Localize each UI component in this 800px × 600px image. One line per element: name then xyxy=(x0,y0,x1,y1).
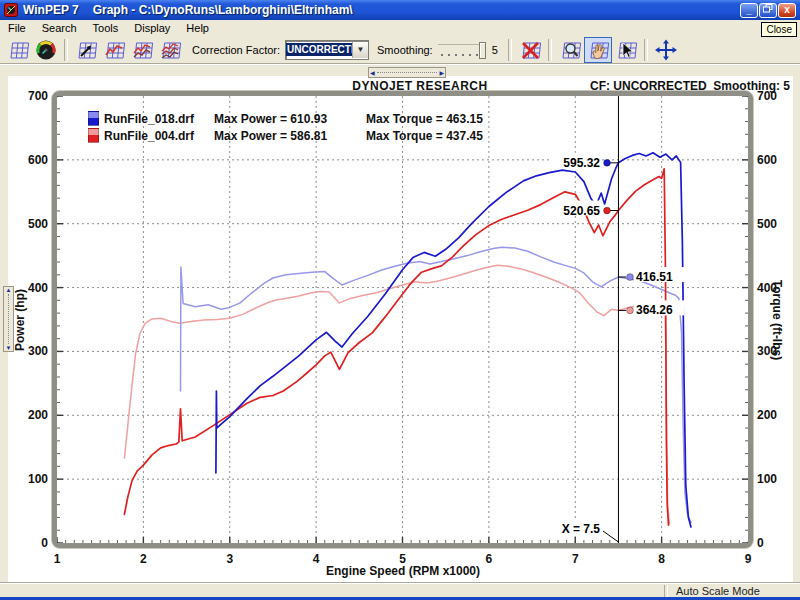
select-point-button[interactable] xyxy=(612,37,640,63)
right-y-tick-label: 100 xyxy=(757,472,791,486)
menu-item-search[interactable]: Search xyxy=(34,21,85,35)
left-y-tick-label: 500 xyxy=(16,217,48,231)
menu-bar: FileSearchToolsDisplayHelp xyxy=(0,20,800,36)
horizontal-pan-scrollbar[interactable]: ◀ ▶ xyxy=(368,67,446,78)
correction-factor-dropdown[interactable]: UNCORRECTED ▼ xyxy=(285,40,369,60)
toolbar-separator xyxy=(64,39,68,61)
left-y-tick-label: 200 xyxy=(16,408,48,422)
minimize-button[interactable]: _ xyxy=(740,3,758,18)
right-y-tick-label: 0 xyxy=(757,536,791,550)
x-tick-label: 7 xyxy=(560,552,590,566)
x-axis-label: Engine Speed (RPM x1000) xyxy=(253,564,553,578)
right-y-tick-label: 600 xyxy=(757,153,791,167)
cursor-value-label: 364.26 xyxy=(636,303,673,317)
left-y-tick-label: 100 xyxy=(16,472,48,486)
legend-max-power: Max Power = 586.81 xyxy=(214,129,366,143)
x-tick-label: 4 xyxy=(301,552,331,566)
graph-grid-icon xyxy=(6,39,30,61)
delete-graph-button[interactable] xyxy=(516,37,544,63)
toolbar-separator xyxy=(644,39,648,61)
pan-left-arrow-icon[interactable]: ◀ xyxy=(369,70,376,76)
dyno-chart[interactable]: 595.32520.65416.51364.26X = 7.5 xyxy=(57,96,748,543)
status-bar: Auto Scale Mode xyxy=(0,583,800,598)
cursor-value-label: 520.65 xyxy=(563,204,600,218)
menu-item-help[interactable]: Help xyxy=(178,21,217,35)
x-tick-label: 1 xyxy=(42,552,72,566)
move-graph-button[interactable] xyxy=(652,37,680,63)
zoom-graph-icon xyxy=(558,39,582,61)
select-point-icon xyxy=(614,39,638,61)
window-title-doc: Graph - C:\DynoRuns\Lamborghini\Eltrinha… xyxy=(93,3,353,17)
x-tick-label: 6 xyxy=(474,552,504,566)
right-y-tick-label: 400 xyxy=(757,281,791,295)
toolbar-separator xyxy=(548,39,552,61)
gauge-button[interactable] xyxy=(32,37,60,63)
series-runfile-018-drf-torque xyxy=(181,247,692,522)
status-mode-text: Auto Scale Mode xyxy=(676,585,760,597)
move-graph-icon xyxy=(654,39,678,61)
smoothing-slider[interactable] xyxy=(438,41,486,59)
series-runfile-004-drf-torque xyxy=(124,265,669,524)
x-tick-label: 2 xyxy=(128,552,158,566)
legend-swatch xyxy=(88,128,99,143)
title-bar[interactable]: WinPEP 7 Graph - C:\DynoRuns\Lamborghini… xyxy=(0,0,800,20)
slider-tick xyxy=(469,54,471,56)
smoothing-label: Smoothing: xyxy=(377,44,433,56)
pan-track[interactable] xyxy=(377,72,438,73)
menu-item-tools[interactable]: Tools xyxy=(85,21,127,35)
graph-one-curve-button[interactable] xyxy=(100,37,128,63)
right-y-tick-label: 200 xyxy=(757,408,791,422)
delete-graph-icon xyxy=(518,39,542,61)
cursor-dot xyxy=(604,207,611,214)
menu-item-display[interactable]: Display xyxy=(126,21,178,35)
graph-three-curves-button[interactable] xyxy=(156,37,184,63)
legend-file-name: RunFile_018.drf xyxy=(104,112,214,126)
graph-two-curves-button[interactable] xyxy=(128,37,156,63)
legend-file-name: RunFile_004.drf xyxy=(104,129,214,143)
pan-up-arrow-icon[interactable]: ▲ xyxy=(5,287,13,293)
axis-ticks xyxy=(57,96,748,543)
graph-pick-button[interactable] xyxy=(72,37,100,63)
right-axis-label: Torque (ft-lbs) xyxy=(770,260,784,380)
winpep-window: WinPEP 7 Graph - C:\DynoRuns\Lamborghini… xyxy=(0,0,800,600)
pan-hand-button[interactable] xyxy=(584,37,612,63)
series-runfile-004-drf-power xyxy=(124,169,668,525)
menu-item-file[interactable]: File xyxy=(0,21,34,35)
close-button[interactable]: x xyxy=(778,3,796,18)
winpep-logo-icon xyxy=(4,3,18,17)
right-y-tick-label: 300 xyxy=(757,344,791,358)
left-y-tick-label: 700 xyxy=(16,89,48,103)
graph-grid-button[interactable] xyxy=(4,37,32,63)
slider-thumb[interactable] xyxy=(479,42,486,59)
cursor-dot xyxy=(604,159,611,166)
pan-track[interactable] xyxy=(8,294,9,344)
correction-factor-value: UNCORRECTED xyxy=(286,43,352,56)
legend-max-torque: Max Torque = 437.45 xyxy=(366,129,483,143)
cursor-dot xyxy=(627,274,634,281)
pan-right-arrow-icon[interactable]: ▶ xyxy=(438,70,445,76)
x-tick-label: 9 xyxy=(733,552,763,566)
right-y-tick-label: 700 xyxy=(757,89,791,103)
slider-tick xyxy=(448,54,450,56)
x-tick-label: 8 xyxy=(647,552,677,566)
dropdown-arrow-icon[interactable]: ▼ xyxy=(352,42,368,58)
zoom-graph-button[interactable] xyxy=(556,37,584,63)
x-tick-label: 5 xyxy=(388,552,418,566)
left-axis-label: Power (hp) xyxy=(13,260,27,380)
slider-tick xyxy=(462,54,464,56)
legend-swatch xyxy=(88,111,99,126)
cursor-x-label: X = 7.5 xyxy=(562,522,601,536)
pan-down-arrow-icon[interactable]: ▼ xyxy=(5,345,13,351)
left-y-tick-label: 300 xyxy=(16,344,48,358)
correction-factor-label: Correction Factor: xyxy=(192,44,280,56)
vertical-pan-scrollbar[interactable]: ▲ ▼ xyxy=(3,286,14,352)
x-tick-label: 3 xyxy=(215,552,245,566)
graph-one-curve-icon xyxy=(102,39,126,61)
legend-max-power: Max Power = 610.93 xyxy=(214,112,366,126)
restore-button[interactable] xyxy=(759,3,777,18)
left-y-tick-label: 400 xyxy=(16,281,48,295)
window-title-app: WinPEP 7 xyxy=(23,3,79,17)
cursor-value-label: 595.32 xyxy=(563,156,600,170)
slider-tick xyxy=(455,54,457,56)
cursor-dot xyxy=(627,307,634,314)
